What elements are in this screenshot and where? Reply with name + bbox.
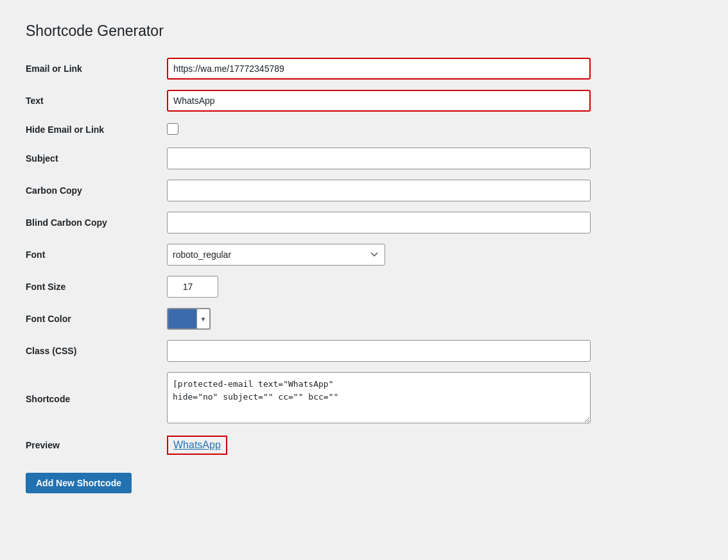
preview-cell: WhatsApp [167, 430, 702, 460]
subject-cell [167, 142, 702, 174]
font-color-cell: ▼ [167, 303, 702, 335]
add-new-shortcode-button[interactable]: Add New Shortcode [26, 473, 132, 493]
preview-label: Preview [26, 430, 167, 460]
text-cell [167, 85, 702, 117]
hide-email-checkbox[interactable] [167, 123, 178, 135]
email-or-link-label: Email or Link [26, 53, 167, 85]
carbon-copy-label: Carbon Copy [26, 174, 167, 207]
font-size-input[interactable] [167, 276, 218, 298]
font-select[interactable]: roboto_regular arial helvetica times_new… [167, 244, 385, 266]
carbon-copy-input[interactable] [167, 180, 591, 201]
font-size-label: Font Size [26, 271, 167, 303]
blind-carbon-copy-input[interactable] [167, 212, 591, 233]
shortcode-cell: [protected-email text="WhatsApp" hide="n… [167, 367, 702, 430]
font-size-row: Font Size [26, 271, 702, 303]
carbon-copy-cell [167, 174, 702, 207]
email-or-link-cell [167, 53, 702, 85]
class-css-label: Class (CSS) [26, 335, 167, 367]
carbon-copy-row: Carbon Copy [26, 174, 702, 207]
email-or-link-input[interactable] [167, 58, 591, 80]
blind-carbon-copy-label: Blind Carbon Copy [26, 207, 167, 239]
form-table: Email or Link Text Hide Email or Link [26, 53, 702, 460]
preview-row: Preview WhatsApp [26, 430, 702, 460]
class-css-row: Class (CSS) [26, 335, 702, 367]
font-size-cell [167, 271, 702, 303]
color-picker-wrapper: ▼ [167, 308, 702, 330]
font-cell: roboto_regular arial helvetica times_new… [167, 239, 702, 271]
text-input[interactable] [167, 90, 591, 112]
page-title: Shortcode Generator [26, 19, 702, 40]
class-css-input[interactable] [167, 340, 591, 362]
shortcode-textarea-wrapper: [protected-email text="WhatsApp" hide="n… [167, 372, 702, 425]
shortcode-row: Shortcode [protected-email text="WhatsAp… [26, 367, 702, 430]
color-swatch[interactable] [167, 308, 196, 330]
text-label: Text [26, 85, 167, 117]
font-color-label: Font Color [26, 303, 167, 335]
shortcode-textarea[interactable]: [protected-email text="WhatsApp" hide="n… [167, 372, 591, 423]
subject-label: Subject [26, 142, 167, 174]
email-or-link-row: Email or Link [26, 53, 702, 85]
subject-row: Subject [26, 142, 702, 174]
font-color-row: Font Color ▼ [26, 303, 702, 335]
text-row: Text [26, 85, 702, 117]
font-row: Font roboto_regular arial helvetica time… [26, 239, 702, 271]
color-dropdown-button[interactable]: ▼ [196, 308, 211, 330]
hide-email-label: Hide Email or Link [26, 117, 167, 142]
blind-carbon-copy-row: Blind Carbon Copy [26, 207, 702, 239]
hide-email-cell [167, 117, 702, 142]
font-label: Font [26, 239, 167, 271]
subject-input[interactable] [167, 148, 591, 169]
class-css-cell [167, 335, 702, 367]
hide-email-row: Hide Email or Link [26, 117, 702, 142]
shortcode-label: Shortcode [26, 367, 167, 430]
blind-carbon-copy-cell [167, 207, 702, 239]
preview-link[interactable]: WhatsApp [167, 436, 227, 455]
page-container: Shortcode Generator Email or Link Text H… [13, 13, 715, 513]
